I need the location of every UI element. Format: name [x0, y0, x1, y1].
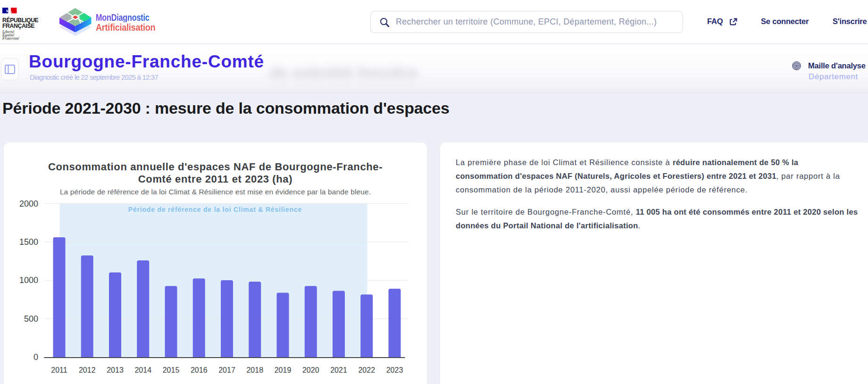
svg-text:1500: 1500 — [19, 237, 38, 247]
svg-text:2016: 2016 — [191, 366, 208, 374]
svg-text:Période de référence de la loi: Période de référence de la loi Climat & … — [128, 206, 302, 213]
svg-text:2015: 2015 — [163, 366, 180, 374]
svg-text:2012: 2012 — [79, 366, 96, 374]
svg-text:2014: 2014 — [134, 366, 151, 374]
svg-text:2023: 2023 — [386, 366, 403, 374]
svg-text:500: 500 — [24, 314, 38, 324]
svg-text:2019: 2019 — [275, 366, 292, 374]
svg-text:2017: 2017 — [218, 366, 235, 374]
svg-text:1000: 1000 — [19, 275, 38, 285]
svg-text:0: 0 — [33, 352, 38, 362]
svg-text:2018: 2018 — [246, 366, 263, 374]
svg-text:2011: 2011 — [51, 366, 67, 374]
svg-text:2021: 2021 — [330, 366, 347, 374]
svg-text:2022: 2022 — [358, 366, 375, 374]
svg-text:2000: 2000 — [19, 199, 38, 209]
svg-text:2020: 2020 — [302, 366, 319, 374]
svg-text:2013: 2013 — [107, 366, 124, 374]
